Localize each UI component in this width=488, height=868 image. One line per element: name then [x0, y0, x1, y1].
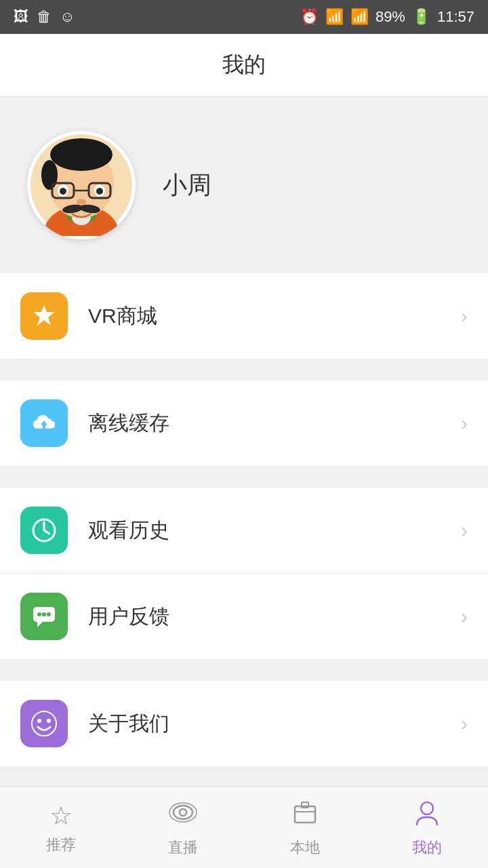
about-us-label: 关于我们	[88, 710, 461, 738]
username: 小周	[163, 169, 211, 202]
svg-point-13	[96, 188, 103, 195]
vr-mall-icon	[20, 292, 68, 340]
menu-section-offline: 离线缓存 ›	[0, 380, 488, 466]
menu-item-vr-mall[interactable]: VR商城 ›	[0, 273, 488, 359]
svg-marker-23	[37, 622, 43, 627]
svg-rect-33	[295, 806, 315, 823]
user-feedback-label: 用户反馈	[88, 603, 461, 631]
menu-gap-2	[0, 477, 488, 488]
bottom-navigation: ☆ 推荐 直播 本地 我的	[0, 787, 488, 868]
watch-history-arrow: ›	[461, 519, 468, 542]
svg-marker-17	[33, 305, 55, 326]
menu-item-offline-cache[interactable]: 离线缓存 ›	[0, 380, 488, 466]
menu-section-vr: VR商城 ›	[0, 273, 488, 359]
svg-point-25	[42, 612, 46, 616]
emoji-icon: ☺	[60, 8, 75, 26]
menu-gap-3	[0, 670, 488, 681]
svg-point-35	[421, 802, 433, 814]
wifi-icon: 📶	[325, 8, 344, 26]
menu-section-about: 关于我们 ›	[0, 681, 488, 766]
mine-icon	[413, 798, 441, 833]
offline-cache-label: 离线缓存	[88, 410, 461, 437]
nav-item-recommend[interactable]: ☆ 推荐	[33, 794, 89, 862]
status-bar: 🖼 🗑 ☺ ⏰ 📶 📶 89% 🔋 11:57	[0, 0, 488, 34]
live-icon	[169, 798, 197, 833]
trash-icon: 🗑	[37, 8, 52, 26]
alarm-icon: ⏰	[300, 8, 319, 26]
avatar[interactable]	[27, 131, 136, 239]
watch-history-label: 观看历史	[88, 517, 461, 545]
nav-item-live[interactable]: 直播	[155, 791, 211, 865]
user-feedback-arrow: ›	[461, 605, 468, 628]
recommend-label: 推荐	[46, 835, 76, 855]
nav-item-local[interactable]: 本地	[277, 791, 333, 865]
status-bar-right: ⏰ 📶 📶 89% 🔋 11:57	[300, 8, 474, 26]
page-header: 我的	[0, 34, 488, 97]
svg-point-5	[50, 138, 113, 171]
svg-point-30	[174, 806, 192, 819]
about-us-icon	[20, 700, 68, 747]
svg-point-14	[77, 199, 86, 205]
local-icon	[291, 798, 319, 833]
menu-section: VR商城 › 离线缓存 ›	[0, 273, 488, 777]
local-label: 本地	[290, 837, 320, 858]
profile-section[interactable]: 小周	[0, 97, 488, 273]
svg-point-31	[180, 809, 186, 816]
offline-cache-icon	[20, 399, 68, 447]
menu-item-user-feedback[interactable]: 用户反馈 ›	[0, 574, 488, 659]
gallery-icon: 🖼	[14, 8, 28, 26]
svg-line-21	[44, 530, 49, 534]
svg-point-28	[37, 719, 41, 723]
recommend-icon: ☆	[49, 801, 73, 831]
about-us-arrow: ›	[461, 712, 468, 735]
menu-gap-1	[0, 370, 488, 380]
clock: 11:57	[437, 8, 474, 26]
svg-point-29	[47, 719, 51, 723]
svg-point-27	[32, 711, 56, 736]
user-feedback-icon	[20, 593, 68, 640]
battery-level: 89%	[375, 8, 405, 26]
watch-history-icon	[20, 507, 68, 554]
avatar-image	[30, 134, 132, 236]
svg-point-26	[47, 612, 51, 616]
mine-label: 我的	[412, 837, 442, 858]
vr-mall-arrow: ›	[461, 304, 468, 328]
page-title: 我的	[222, 52, 266, 77]
svg-point-6	[41, 160, 58, 190]
battery-icon: 🔋	[412, 8, 430, 26]
live-label: 直播	[168, 837, 198, 858]
nav-item-mine[interactable]: 我的	[399, 791, 455, 865]
signal-icon: 📶	[350, 8, 369, 26]
offline-cache-arrow: ›	[461, 412, 468, 435]
menu-item-watch-history[interactable]: 观看历史 ›	[0, 488, 488, 574]
vr-mall-label: VR商城	[88, 302, 461, 330]
menu-section-history-feedback: 观看历史 › 用户反馈 ›	[0, 488, 488, 659]
menu-item-about-us[interactable]: 关于我们 ›	[0, 681, 488, 766]
svg-point-12	[60, 188, 66, 195]
svg-point-24	[37, 612, 41, 616]
status-bar-left: 🖼 🗑 ☺	[14, 8, 75, 26]
